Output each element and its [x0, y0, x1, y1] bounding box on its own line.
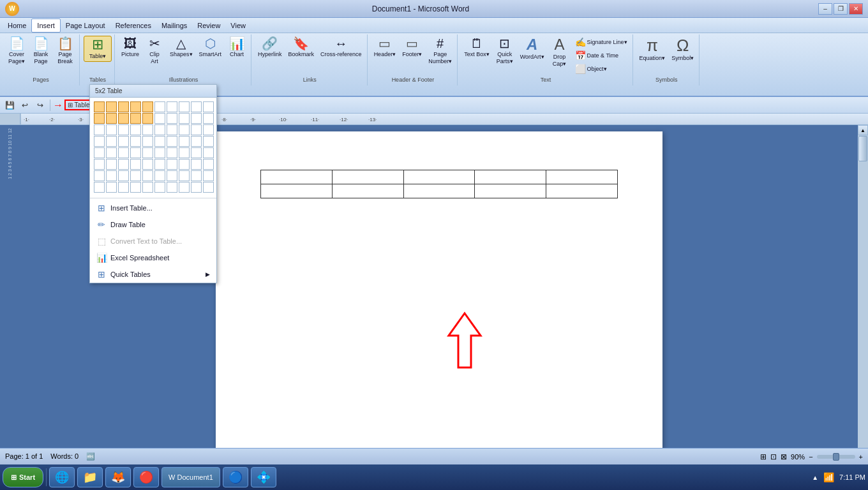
menu-home[interactable]: Home: [3, 19, 31, 33]
grid-cell[interactable]: [167, 182, 177, 193]
grid-cell[interactable]: [94, 136, 105, 147]
grid-cell[interactable]: [167, 124, 177, 135]
grid-cell[interactable]: [118, 170, 129, 181]
grid-cell[interactable]: [118, 136, 129, 147]
taskbar-folder-button[interactable]: 📁: [77, 467, 103, 487]
drop-cap-button[interactable]: A DropCap▾: [548, 36, 571, 69]
grid-cell[interactable]: [203, 170, 214, 181]
grid-cell[interactable]: [167, 101, 177, 112]
grid-cell[interactable]: [130, 113, 141, 124]
clip-art-button[interactable]: ✂ ClipArt: [143, 36, 166, 66]
taskbar-arrow-up[interactable]: ▲: [812, 474, 818, 481]
table-button[interactable]: ⊞ Table▾: [84, 36, 112, 62]
grid-cell[interactable]: [167, 113, 177, 124]
grid-cell[interactable]: [191, 182, 202, 193]
table-grid[interactable]: [90, 98, 216, 197]
undo-button[interactable]: ↩: [18, 98, 32, 112]
grid-cell[interactable]: [154, 159, 165, 170]
grid-cell[interactable]: [203, 124, 214, 135]
taskbar-app3-button[interactable]: 💠: [251, 467, 276, 487]
grid-cell[interactable]: [179, 136, 190, 147]
start-button[interactable]: ⊞ Start: [3, 467, 43, 487]
page-break-button[interactable]: 📋 PageBreak: [54, 36, 77, 66]
text-box-button[interactable]: 🗒 Text Box▾: [461, 36, 492, 59]
insert-table-item[interactable]: ⊞ Insert Table...: [90, 200, 216, 216]
menu-view[interactable]: View: [225, 19, 251, 33]
menu-references[interactable]: References: [110, 19, 156, 33]
grid-cell[interactable]: [179, 101, 190, 112]
equation-button[interactable]: π Equation▾: [637, 36, 668, 63]
draw-table-item[interactable]: ✏ Draw Table: [90, 216, 216, 233]
grid-cell[interactable]: [106, 113, 117, 124]
zoom-slider-thumb[interactable]: [833, 453, 839, 461]
grid-cell[interactable]: [203, 147, 214, 158]
grid-cell[interactable]: [142, 159, 153, 170]
menu-insert[interactable]: Insert: [31, 19, 61, 33]
view-mode-web[interactable]: ⊠: [781, 452, 787, 461]
grid-cell[interactable]: [154, 136, 165, 147]
minimize-button[interactable]: –: [818, 3, 832, 15]
quick-tables-item[interactable]: ⊞ Quick Tables ▶: [90, 266, 216, 283]
cover-page-button[interactable]: 📄 CoverPage▾: [5, 36, 28, 66]
grid-cell[interactable]: [130, 124, 141, 135]
grid-cell[interactable]: [106, 101, 117, 112]
grid-cell[interactable]: [118, 101, 129, 112]
vertical-scrollbar[interactable]: ▲ ▼: [858, 125, 868, 458]
grid-cell[interactable]: [94, 159, 105, 170]
grid-cell[interactable]: [154, 147, 165, 158]
view-mode-print[interactable]: ⊞: [760, 452, 767, 461]
shapes-button[interactable]: △ Shapes▾: [167, 36, 195, 59]
grid-cell[interactable]: [203, 101, 214, 112]
grid-cell[interactable]: [106, 147, 117, 158]
grid-cell[interactable]: [154, 113, 165, 124]
scroll-up-button[interactable]: ▲: [858, 125, 868, 135]
wordart-button[interactable]: A WordArt▾: [518, 36, 547, 62]
grid-cell[interactable]: [130, 159, 141, 170]
bookmark-button[interactable]: 🔖 Bookmark: [286, 36, 317, 59]
grid-cell[interactable]: [118, 124, 129, 135]
page-number-button[interactable]: # PageNumber▾: [426, 36, 454, 66]
grid-cell[interactable]: [154, 182, 165, 193]
grid-cell[interactable]: [154, 101, 165, 112]
object-button[interactable]: ⬜ Object▾: [572, 63, 630, 75]
taskbar-app1-button[interactable]: 🔴: [133, 467, 159, 487]
taskbar-app2-button[interactable]: 🔵: [223, 467, 248, 487]
grid-cell[interactable]: [130, 182, 141, 193]
grid-cell[interactable]: [130, 170, 141, 181]
excel-spreadsheet-item[interactable]: 📊 Excel Spreadsheet: [90, 249, 216, 266]
grid-cell[interactable]: [203, 159, 214, 170]
grid-cell[interactable]: [142, 124, 153, 135]
taskbar-firefox-button[interactable]: 🦊: [105, 467, 131, 487]
grid-cell[interactable]: [191, 159, 202, 170]
restore-button[interactable]: ❐: [834, 3, 848, 15]
menu-review[interactable]: Review: [192, 19, 225, 33]
quick-parts-button[interactable]: ⊡ QuickParts▾: [493, 36, 516, 66]
grid-cell[interactable]: [191, 124, 202, 135]
grid-cell[interactable]: [167, 136, 177, 147]
grid-cell[interactable]: [203, 113, 214, 124]
hyperlink-button[interactable]: 🔗 Hyperlink: [255, 36, 285, 59]
grid-cell[interactable]: [94, 113, 105, 124]
grid-cell[interactable]: [130, 136, 141, 147]
grid-cell[interactable]: [191, 101, 202, 112]
grid-cell[interactable]: [142, 113, 153, 124]
grid-cell[interactable]: [167, 170, 177, 181]
grid-cell[interactable]: [179, 124, 190, 135]
save-button[interactable]: 💾: [3, 98, 17, 112]
grid-cell[interactable]: [154, 170, 165, 181]
grid-cell[interactable]: [130, 147, 141, 158]
taskbar-ie-button[interactable]: 🌐: [49, 467, 75, 487]
footer-button[interactable]: ▭ Footer▾: [400, 36, 424, 59]
cross-reference-button[interactable]: ↔ Cross-reference: [318, 36, 364, 59]
grid-cell[interactable]: [142, 182, 153, 193]
grid-cell[interactable]: [167, 159, 177, 170]
grid-cell[interactable]: [191, 147, 202, 158]
grid-cell[interactable]: [179, 147, 190, 158]
symbol-button[interactable]: Ω Symbol▾: [669, 36, 696, 63]
grid-cell[interactable]: [142, 170, 153, 181]
grid-cell[interactable]: [106, 159, 117, 170]
scrollbar-thumb[interactable]: [858, 136, 867, 161]
grid-cell[interactable]: [167, 147, 177, 158]
grid-cell[interactable]: [191, 136, 202, 147]
grid-cell[interactable]: [191, 113, 202, 124]
